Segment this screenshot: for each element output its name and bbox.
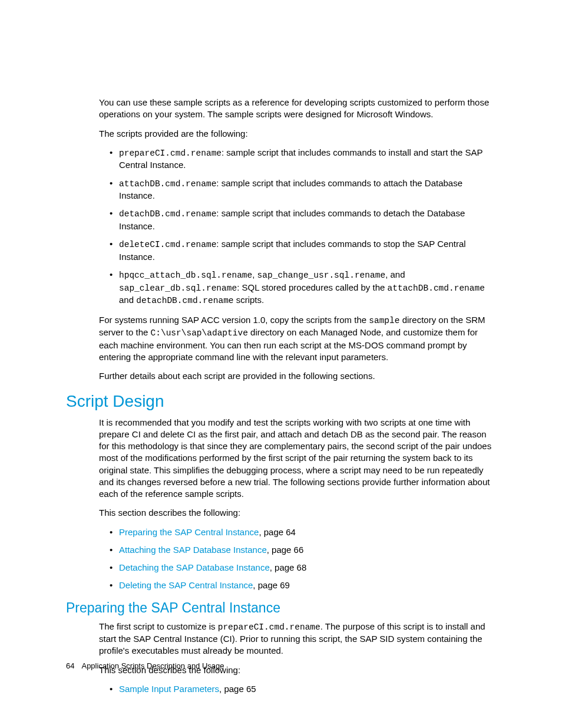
t: The first script to customize is	[99, 621, 218, 631]
link-deleting-sap-ci[interactable]: Deleting the SAP Central Instance	[119, 580, 253, 590]
links-list: Preparing the SAP Central Instance, page…	[99, 526, 496, 592]
list-item: hpqcc_attach_db.sql.rename, sap_change_u…	[99, 269, 496, 307]
scripts-list: prepareCI.cmd.rename: sample script that…	[99, 147, 496, 307]
footer-title: Application Scripts Description and Usag…	[81, 661, 224, 670]
list-item: Deleting the SAP Central Instance, page …	[99, 579, 496, 591]
t: For systems running SAP ACC version 1.0,…	[99, 315, 369, 325]
t: ,	[252, 269, 257, 279]
list-item: Sample Input Parameters, page 65	[99, 683, 496, 695]
link-attaching-sap-db[interactable]: Attaching the SAP Database Instance	[119, 545, 267, 555]
code-text: detachDB.cmd.rename	[136, 296, 233, 305]
heading-preparing-sap-ci: Preparing the SAP Central Instance	[66, 600, 496, 616]
code-text: C:\usr\sap\adaptive	[151, 328, 248, 338]
code-text: attachDB.cmd.rename	[119, 179, 216, 189]
heading-script-design: Script Design	[66, 392, 496, 411]
code-text: hpqcc_attach_db.sql.rename	[119, 271, 252, 280]
code-text: attachDB.cmd.rename	[388, 284, 485, 293]
t: scripts.	[234, 295, 265, 305]
further-paragraph: Further details about each script are pr…	[99, 370, 496, 382]
code-text: sap_clear_db.sql.rename	[119, 284, 237, 293]
intro-paragraph-1: You can use these sample scripts as a re…	[99, 97, 496, 121]
list-item: Preparing the SAP Central Instance, page…	[99, 526, 496, 538]
link-sample-input-parameters[interactable]: Sample Input Parameters	[119, 684, 219, 694]
script-design-paragraph: It is recommended that you modify and te…	[99, 417, 496, 500]
page-ref: , page 66	[267, 545, 304, 555]
code-text: detachDB.cmd.rename	[119, 209, 216, 219]
list-item: detachDB.cmd.rename: sample script that …	[99, 207, 496, 232]
section-intro: This section describes the following:	[99, 507, 496, 519]
links-list: Sample Input Parameters, page 65	[99, 683, 496, 695]
acc-paragraph: For systems running SAP ACC version 1.0,…	[99, 314, 496, 364]
t: , and	[385, 269, 405, 279]
t: and	[119, 295, 136, 305]
list-item: attachDB.cmd.rename: sample script that …	[99, 177, 496, 202]
link-preparing-sap-ci[interactable]: Preparing the SAP Central Instance	[119, 527, 259, 537]
list-item: deleteCI.cmd.rename: sample script that …	[99, 238, 496, 263]
code-text: sap_change_usr.sql.rename	[257, 271, 386, 280]
code-text: prepareCI.cmd.rename	[119, 149, 222, 158]
page-number: 64	[66, 661, 74, 670]
list-item: prepareCI.cmd.rename: sample script that…	[99, 147, 496, 172]
code-text: deleteCI.cmd.rename	[119, 240, 216, 249]
link-detaching-sap-db[interactable]: Detaching the SAP Database Instance	[119, 562, 270, 572]
t: : SQL stored procedures called by the	[237, 282, 387, 292]
page-ref: , page 69	[253, 580, 290, 590]
page-ref: , page 64	[259, 527, 296, 537]
page-ref: , page 65	[219, 684, 256, 694]
page-footer: 64Application Scripts Description and Us…	[66, 661, 224, 670]
page-ref: , page 68	[270, 562, 307, 572]
code-text: sample	[369, 316, 399, 325]
code-text: prepareCI.cmd.rename	[218, 622, 320, 632]
list-item: Detaching the SAP Database Instance, pag…	[99, 562, 496, 574]
intro-paragraph-2: The scripts provided are the following:	[99, 128, 496, 140]
prep-paragraph: The first script to customize is prepare…	[99, 621, 496, 657]
list-item: Attaching the SAP Database Instance, pag…	[99, 544, 496, 556]
